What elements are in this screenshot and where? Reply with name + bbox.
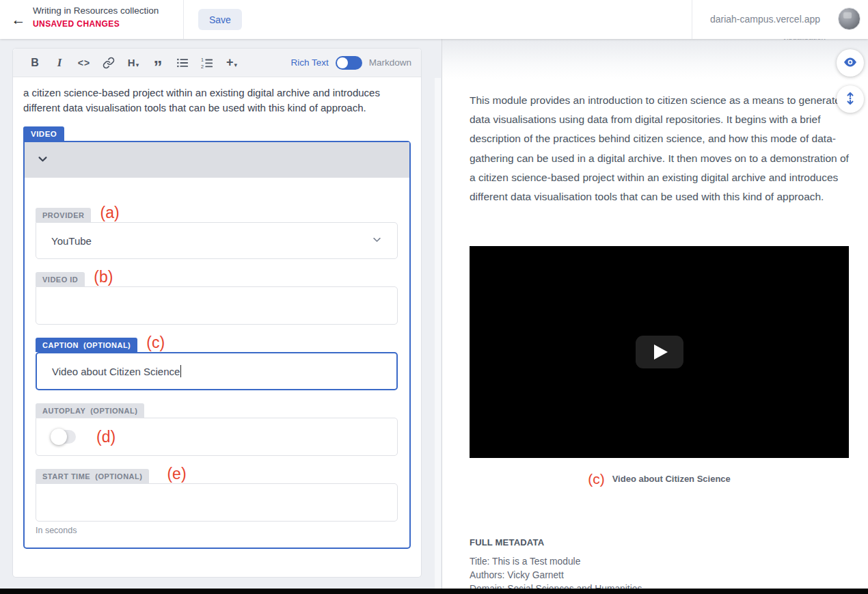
bottom-bar [0, 589, 868, 594]
unsaved-changes-badge: UNSAVED CHANGES [33, 19, 159, 29]
svg-text:1: 1 [201, 57, 204, 63]
play-button[interactable] [636, 336, 683, 368]
field-autoplay: AUTOPLAY (OPTIONAL) (d) [36, 403, 398, 456]
rich-text-toolbar: B I <> H ▾ ” [13, 49, 421, 77]
chevron-down-icon [372, 234, 382, 247]
toggle-knob [337, 57, 348, 68]
chevron-down-icon [37, 153, 49, 167]
editor-card: B I <> H ▾ ” [12, 48, 422, 578]
back-button[interactable]: ← [9, 10, 28, 29]
video-widget-header[interactable] [25, 142, 409, 178]
annotation-b: (b) [94, 269, 113, 285]
annotation-d: (d) [96, 429, 116, 445]
editor-body[interactable]: a citizen science-based project within a… [13, 77, 421, 549]
avatar[interactable] [838, 8, 860, 30]
video-id-input[interactable] [36, 286, 398, 325]
mode-markdown-label[interactable]: Markdown [369, 57, 411, 68]
mode-rich-text-label[interactable]: Rich Text [290, 57, 328, 68]
scroll-sync-button[interactable] [837, 85, 864, 113]
metadata-title-line: Title: This is a Test module [470, 555, 642, 569]
autoplay-box: (d) [36, 418, 398, 456]
page-title: Writing in Resources collection [33, 5, 159, 16]
start-time-input[interactable] [36, 483, 398, 522]
caret-down-icon: ▾ [136, 62, 139, 68]
annotation-c-preview: (c) [588, 472, 605, 486]
field-start-time: START TIME (OPTIONAL) (e) In seconds [36, 469, 398, 535]
annotation-a: (a) [100, 205, 119, 221]
clipped-heading-fragment: visualisation [783, 39, 826, 41]
toggle-knob [51, 429, 67, 445]
link-icon[interactable] [96, 53, 121, 73]
video-caption-row: (c) Video about Citizen Science [470, 472, 849, 486]
save-button[interactable]: Save [198, 9, 242, 30]
start-time-hint: In seconds [36, 526, 398, 535]
eye-icon [843, 55, 858, 72]
autoplay-toggle[interactable] [51, 430, 76, 444]
caret-down-icon: ▾ [234, 62, 237, 68]
arrow-left-icon: ← [12, 12, 26, 27]
video-widget-content: PROVIDER (a) YouTube [25, 178, 409, 548]
video-caption-text: Video about Citizen Science [612, 474, 731, 484]
annotation-c: (c) [146, 335, 165, 351]
preview-paragraph: This module provides an introduction to … [470, 91, 850, 206]
video-player[interactable] [470, 246, 849, 458]
svg-text:2: 2 [201, 63, 204, 68]
full-metadata-heading: FULL METADATA [470, 537, 642, 548]
autoplay-label: AUTOPLAY (OPTIONAL) [36, 403, 144, 418]
video-widget-tab[interactable]: VIDEO [23, 126, 64, 141]
add-block-icon[interactable]: + ▾ [219, 53, 244, 73]
provider-value: YouTube [51, 235, 92, 247]
bulleted-list-icon[interactable] [170, 53, 195, 73]
start-time-label: START TIME (OPTIONAL) [36, 469, 149, 483]
play-icon [654, 345, 668, 360]
caption-value: Video about Citizen Science [52, 366, 180, 377]
top-bar: ← Writing in Resources collection UNSAVE… [0, 0, 868, 39]
scroll-sync-icon [843, 91, 858, 108]
preview-top-fade [442, 39, 868, 79]
video-id-label: VIDEO ID [36, 272, 85, 286]
editor-pane: B I <> H ▾ ” [0, 39, 442, 594]
site-domain-label: dariah-campus.vercel.app [710, 14, 820, 25]
topbar-divider-right [692, 0, 692, 39]
annotation-e: (e) [167, 466, 186, 482]
provider-label: PROVIDER [36, 208, 91, 222]
preview-visibility-button[interactable] [837, 49, 864, 77]
cms-app: ← Writing in Resources collection UNSAVE… [0, 0, 868, 594]
preview-pane: visualisation This module provides an in… [442, 39, 868, 594]
field-video-id: VIDEO ID (b) [36, 272, 398, 325]
provider-select[interactable]: YouTube [36, 222, 398, 259]
metadata-authors-line: Authors: Vicky Garnett [470, 569, 642, 582]
italic-icon[interactable]: I [47, 53, 72, 73]
editor-scrollbar[interactable] [435, 78, 441, 594]
bold-icon[interactable]: B [23, 53, 47, 73]
editor-mode-switch: Rich Text Markdown [290, 56, 411, 70]
field-provider: PROVIDER (a) YouTube [36, 208, 398, 259]
full-metadata-section: FULL METADATA Title: This is a Test modu… [470, 537, 642, 594]
topbar-divider-left [183, 0, 184, 39]
code-icon[interactable]: <> [72, 53, 96, 73]
pane-divider [442, 39, 442, 594]
numbered-list-icon[interactable]: 1 2 [195, 53, 219, 73]
field-caption: CAPTION (OPTIONAL) (c) Video about Citiz… [36, 338, 398, 390]
caption-input[interactable]: Video about Citizen Science [36, 352, 398, 390]
caption-label: CAPTION (OPTIONAL) [36, 338, 137, 352]
mode-toggle[interactable] [336, 56, 362, 70]
document-title-block: Writing in Resources collection UNSAVED … [33, 5, 159, 29]
editor-paragraph[interactable]: a citizen science-based project within a… [23, 85, 411, 115]
text-cursor [180, 365, 181, 377]
quote-icon[interactable]: ” [146, 53, 170, 73]
video-widget-fieldset: PROVIDER (a) YouTube [23, 141, 411, 549]
heading-icon[interactable]: H ▾ [121, 53, 146, 73]
